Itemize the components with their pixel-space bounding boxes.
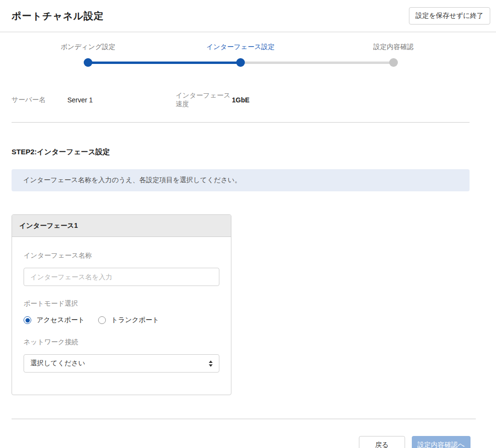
interface-name-input[interactable] — [24, 268, 219, 286]
confirm-settings-button[interactable]: 設定内容確認へ — [412, 436, 471, 448]
page-title: ポートチャネル設定 — [12, 10, 104, 23]
interface-name-label: インターフェース名称 — [24, 251, 219, 260]
server-name-value: Server 1 — [67, 96, 176, 104]
radio-option-access-port[interactable]: アクセスポート — [24, 316, 85, 324]
interface-card-body: インターフェース名称 ポートモード選択 アクセスポート トランクポート ネットワ… — [12, 237, 231, 395]
summary-row: サーバー名 Server 1 インターフェース速度 1GbE — [12, 91, 476, 109]
server-name-label: サーバー名 — [12, 96, 67, 104]
step-label-interface[interactable]: インターフェース設定 — [206, 43, 275, 51]
header-bar: ポートチャネル設定 設定を保存せずに終了 — [0, 0, 496, 32]
footer-divider — [12, 419, 476, 419]
port-mode-label: ポートモード選択 — [24, 299, 219, 308]
radio-button-icon[interactable] — [98, 316, 106, 324]
stepper-track-upcoming — [241, 62, 394, 64]
select-updown-arrows-icon — [209, 361, 213, 367]
interface-speed-value: 1GbE — [232, 96, 250, 104]
notice-text: インターフェース名称を入力のうえ、各設定項目を選択してください。 — [23, 176, 242, 185]
step-label-confirm[interactable]: 設定内容確認 — [373, 43, 414, 51]
radio-label-access-port[interactable]: アクセスポート — [37, 316, 85, 324]
wizard-stepper: ボンディング設定 インターフェース設定 設定内容確認 — [0, 32, 496, 75]
step-dot-bonding[interactable] — [84, 58, 92, 67]
interface-card-header: インターフェース1 — [12, 215, 231, 237]
footer-actions: 戻る 設定内容確認へ — [0, 436, 471, 448]
stepper-track-complete — [88, 62, 241, 64]
notice-banner: インターフェース名称を入力のうえ、各設定項目を選択してください。 — [12, 169, 470, 191]
port-channel-settings-page: ポートチャネル設定 設定を保存せずに終了 ボンディング設定 インターフェース設定… — [0, 0, 496, 448]
back-button[interactable]: 戻る — [359, 436, 405, 448]
network-connection-selected-value: 選択してください — [30, 359, 85, 368]
interface-speed-label: インターフェース速度 — [176, 91, 232, 109]
summary-divider — [12, 122, 470, 123]
exit-without-saving-button[interactable]: 設定を保存せずに終了 — [409, 7, 490, 25]
interface-card: インターフェース1 インターフェース名称 ポートモード選択 アクセスポート トラ… — [12, 214, 231, 395]
step-dot-interface[interactable] — [236, 58, 245, 67]
step-label-bonding[interactable]: ボンディング設定 — [61, 43, 115, 51]
radio-option-trunk-port[interactable]: トランクポート — [98, 316, 159, 324]
network-connection-select[interactable]: 選択してください — [24, 354, 219, 373]
step-dot-confirm[interactable] — [389, 58, 398, 67]
port-mode-radio-group: アクセスポート トランクポート — [24, 316, 219, 324]
network-connection-label: ネットワーク接続 — [24, 338, 219, 347]
interface-card-title: インターフェース1 — [19, 222, 78, 230]
radio-button-icon[interactable] — [24, 316, 31, 324]
radio-label-trunk-port[interactable]: トランクポート — [111, 316, 159, 324]
step-heading: STEP2:インターフェース設定 — [12, 148, 484, 157]
